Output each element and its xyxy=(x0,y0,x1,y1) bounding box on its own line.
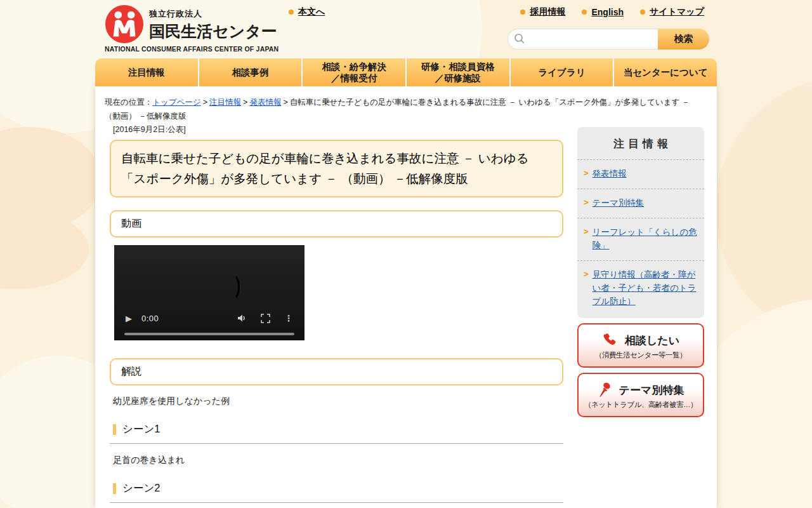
sidebar-link-leaflet[interactable]: リーフレット「くらしの危険」 xyxy=(593,226,699,253)
bullet-icon xyxy=(582,10,587,15)
loading-spinner-icon xyxy=(223,273,240,301)
theme-button-subtitle: （ネットトラブル、高齢者被害…） xyxy=(581,400,700,410)
skip-link-label[interactable]: 本文へ xyxy=(298,6,325,18)
breadcrumb-separator: > xyxy=(243,98,247,107)
recruit-link-label[interactable]: 採用情報 xyxy=(530,6,565,18)
nav-tab-consultation-cases[interactable]: 相談事例 xyxy=(199,58,303,86)
sidebar-item-leaflet[interactable]: > リーフレット「くらしの危険」 xyxy=(577,218,704,260)
sidebar-item-theme-features[interactable]: > テーマ別特集 xyxy=(577,189,704,218)
pushpin-icon xyxy=(598,382,613,398)
logo-text-small: 独立行政法人 xyxy=(149,8,277,20)
site-logo[interactable]: 独立行政法人 国民生活センター NATIONAL CONSUMER AFFAIR… xyxy=(105,4,282,53)
video-player[interactable]: ▶ 0:00 ⋮ xyxy=(114,245,304,340)
breadcrumb-link-featured[interactable]: 注目情報 xyxy=(209,98,241,107)
bullet-icon xyxy=(520,10,525,15)
recruit-link[interactable]: 採用情報 xyxy=(520,6,565,18)
sidebar-link-announcements[interactable]: 発表情報 xyxy=(593,168,627,181)
publication-date: [2016年9月2日:公表] xyxy=(110,124,563,135)
breadcrumb-separator: > xyxy=(283,98,287,107)
chevron-right-icon: > xyxy=(584,197,589,210)
site-header: 独立行政法人 国民生活センター NATIONAL CONSUMER AFFAIR… xyxy=(0,0,812,58)
search-icon xyxy=(514,33,525,44)
nav-tab-label: ライブラリ xyxy=(538,67,585,78)
consult-button-subtitle: （消費生活センター等一覧） xyxy=(581,351,700,360)
sidebar-title: 注目情報 xyxy=(577,127,704,159)
volume-icon xyxy=(237,313,247,323)
logo-text-big: 国民生活センター xyxy=(149,21,277,42)
scene-2-label: シーン2 xyxy=(122,481,160,495)
consult-button[interactable]: 相談したい （消費生活センター等一覧） xyxy=(577,323,704,368)
fullscreen-button[interactable] xyxy=(261,314,270,323)
scene-1-label: シーン1 xyxy=(122,422,160,436)
bullet-icon xyxy=(640,10,645,15)
video-controls: ▶ 0:00 ⋮ xyxy=(114,310,304,326)
breadcrumb-prefix: 現在の位置： xyxy=(105,98,152,107)
skip-to-content-link[interactable]: 本文へ xyxy=(289,6,325,18)
content-area: 現在の位置：トップページ>注目情報>発表情報>自転車に乗せた子どもの足が車輪に巻… xyxy=(95,86,717,508)
scene-marker-icon xyxy=(113,483,116,494)
section-heading-video: 動画 xyxy=(110,210,563,237)
main-navigation: 注目情報 相談事例 相談・紛争解決 ／情報受付 研修・相談員資格 ／研修施設 ラ… xyxy=(95,58,717,86)
sitemap-link-label[interactable]: サイトマップ xyxy=(650,6,704,18)
scene-1-heading: シーン1 xyxy=(110,422,563,444)
breadcrumb-separator: > xyxy=(203,98,207,107)
nav-tab-label: ／研修施設 xyxy=(435,72,481,84)
nav-tab-label: ／情報受付 xyxy=(331,72,377,84)
search-bar: 検索 xyxy=(508,29,709,50)
logo-text-en: NATIONAL CONSUMER AFFAIRS CENTER OF JAPA… xyxy=(105,45,282,53)
nav-tab-label: 当センターについて xyxy=(624,67,708,78)
sitemap-link[interactable]: サイトマップ xyxy=(640,6,704,18)
nav-tab-training[interactable]: 研修・相談員資格 ／研修施設 xyxy=(407,58,511,86)
english-link[interactable]: English xyxy=(582,6,624,18)
scene-1-text: 足首の巻き込まれ xyxy=(113,455,563,466)
main-column: [2016年9月2日:公表] 自転車に乗せた子どもの足が車輪に巻き込まれる事故に… xyxy=(110,124,563,508)
nav-tab-featured-info[interactable]: 注目情報 xyxy=(95,58,199,86)
mute-button[interactable] xyxy=(237,313,247,323)
bullet-icon xyxy=(289,10,294,15)
breadcrumb-link-top[interactable]: トップページ xyxy=(152,98,200,107)
breadcrumb: 現在の位置：トップページ>注目情報>発表情報>自転車に乗せた子どもの足が車輪に巻… xyxy=(95,86,714,124)
more-options-button[interactable]: ⋮ xyxy=(284,313,293,323)
nav-tab-label: 相談・紛争解決 xyxy=(322,61,386,72)
consult-button-title: 相談したい xyxy=(625,333,679,348)
nav-tab-dispute-resolution[interactable]: 相談・紛争解決 ／情報受付 xyxy=(303,58,407,86)
logo-mark-icon xyxy=(105,4,144,44)
nav-tab-label: 相談事例 xyxy=(232,67,269,78)
sidebar-featured-info-box: 注目情報 > 発表情報 > テーマ別特集 > リーフレット「くらしの危険」 > … xyxy=(577,127,704,318)
search-button[interactable]: 検索 xyxy=(658,29,709,50)
chevron-right-icon: > xyxy=(584,227,589,253)
fullscreen-icon xyxy=(261,314,270,323)
header-utility-links: 採用情報 English サイトマップ xyxy=(520,6,704,18)
nav-tab-library[interactable]: ライブラリ xyxy=(511,58,615,86)
theme-button-title: テーマ別特集 xyxy=(619,383,684,398)
phone-icon xyxy=(602,332,619,349)
scene-marker-icon xyxy=(113,424,116,435)
scene-2-heading: シーン2 xyxy=(110,481,563,503)
breadcrumb-link-announcements[interactable]: 発表情報 xyxy=(249,98,281,107)
chevron-right-icon: > xyxy=(584,269,589,309)
search-input[interactable] xyxy=(508,29,658,50)
play-button[interactable]: ▶ xyxy=(126,314,132,323)
sidebar-item-announcements[interactable]: > 発表情報 xyxy=(577,159,704,189)
theme-features-button[interactable]: テーマ別特集 （ネットトラブル、高齢者被害…） xyxy=(577,373,704,417)
nav-tab-label: 研修・相談員資格 xyxy=(421,61,495,72)
sidebar-link-watch-info[interactable]: 見守り情報（高齢者・障がい者・子ども・若者のトラブル防止） xyxy=(593,269,699,309)
commentary-intro: 幼児座席を使用しなかった例 xyxy=(113,396,563,407)
page-title: 自転車に乗せた子どもの足が車輪に巻き込まれる事故に注意 － いわゆる「スポーク外… xyxy=(110,140,563,197)
english-link-label[interactable]: English xyxy=(591,7,624,17)
sidebar: 注目情報 > 発表情報 > テーマ別特集 > リーフレット「くらしの危険」 > … xyxy=(577,127,704,417)
nav-tab-label: 注目情報 xyxy=(128,67,165,78)
chevron-right-icon: > xyxy=(584,168,589,181)
video-progress-bar[interactable] xyxy=(124,333,294,335)
section-heading-commentary: 解説 xyxy=(110,358,563,385)
video-time: 0:00 xyxy=(141,314,159,323)
nav-tab-about-center[interactable]: 当センターについて xyxy=(614,58,717,86)
bg-decoration-circle xyxy=(0,210,89,289)
sidebar-link-theme-features[interactable]: テーマ別特集 xyxy=(593,197,645,210)
sidebar-item-watch-info[interactable]: > 見守り情報（高齢者・障がい者・子ども・若者のトラブル防止） xyxy=(577,260,704,316)
